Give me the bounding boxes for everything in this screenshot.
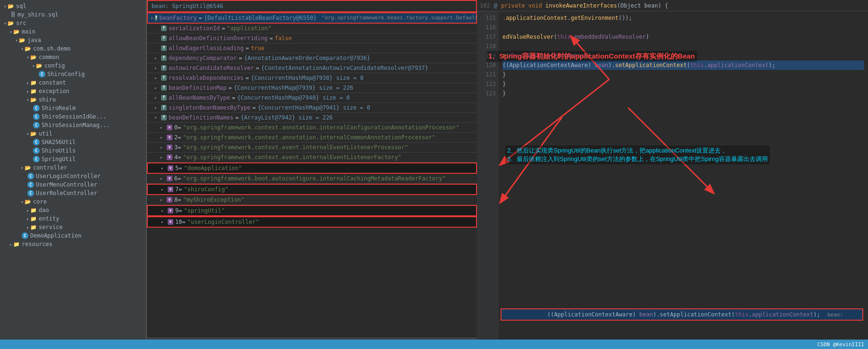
sidebar-item-core[interactable]: core [0, 197, 146, 206]
var-name: autowireCandidateResolver [169, 63, 254, 73]
var-name: 10 [175, 217, 182, 227]
code-line-115: .applicationContext.getEnvironment()); [502, 13, 864, 23]
code-line-116 [502, 23, 864, 32]
at-sign: @ [494, 2, 497, 9]
sidebar-item-util[interactable]: util [0, 129, 146, 138]
sidebar-item-my-shiro-sql[interactable]: my_shiro.sql [0, 10, 146, 19]
field-type-icon: f [161, 45, 167, 51]
sidebar-item-shiroconfig[interactable]: C ShiroConfig [0, 70, 146, 78]
sidebar-item-shirosessionmanag[interactable]: C ShiroSessionManag... [0, 121, 146, 129]
field-type-icon: v [167, 145, 172, 150]
sidebar-item-src[interactable]: src [0, 19, 146, 27]
sidebar-item-entity[interactable]: entity [0, 214, 146, 223]
var-value: false [275, 34, 292, 43]
arrow-icon [9, 242, 12, 247]
arrow-icon [26, 89, 29, 94]
field-type-icon: v [167, 125, 172, 130]
sidebar-item-controller[interactable]: controller [0, 163, 146, 172]
debug-item-idx9[interactable]: ▸ v 9 = "springUtil" [147, 205, 477, 216]
arrow-icon [9, 29, 12, 34]
code-line-118 [502, 42, 864, 51]
code-line-120: ((ApplicationContextAware) bean).setAppl… [502, 60, 864, 70]
sidebar-item-config[interactable]: config [0, 61, 146, 70]
debug-item-idx6[interactable]: ▸ v 6 = "org.springframework.boot.autoco… [147, 174, 477, 184]
arrow-icon [4, 4, 7, 9]
sidebar-item-springutil[interactable]: C SpringUtil [0, 155, 146, 163]
sidebar-item-label: src [16, 20, 26, 26]
var-value: {DefaultListableBeanFactory@6550} [204, 13, 316, 23]
folder-icon [25, 198, 31, 205]
debug-item-idx2[interactable]: ▸ v 2 = "org.springframework.context.ann… [147, 133, 477, 143]
callout-box-line120: ((ApplicationContextAware) bean).setAppl… [501, 308, 863, 321]
code-line-121: } [502, 70, 864, 79]
field-type-icon: f [161, 105, 167, 111]
var-value: {ConcurrentHashMap@7939} size = 226 [234, 83, 353, 93]
sidebar-item-shirorealm[interactable]: C ShiroRealm [0, 104, 146, 112]
sidebar-item-shirosessionidgen[interactable]: C ShiroSessionIdGe... [0, 112, 146, 121]
expand-arrow-icon: ▸ [160, 123, 165, 132]
debug-item-beandefinitionnames[interactable]: ▾ f beanDefinitionNames = {ArrayList@794… [147, 113, 477, 123]
debug-item-idx7[interactable]: ▸ v 7 = "shiroConfig" [147, 184, 477, 195]
debug-item-allbeannamesbytype[interactable]: ▸ f allBeanNamesByType = {ConcurrentHash… [147, 93, 477, 103]
debug-panel-title: bean: SpringUtil@6546 [152, 3, 223, 9]
class-icon: C [33, 156, 40, 162]
sidebar-item-dao[interactable]: dao [0, 206, 146, 214]
debug-item-allowbeandefinitionoverriding[interactable]: f allowBeanDefinitionOverriding = false [147, 34, 477, 43]
sidebar-item-common[interactable]: common [0, 53, 146, 61]
debug-item-idx3[interactable]: ▸ v 3 = "org.springframework.context.eve… [147, 143, 477, 153]
sidebar-item-com-sh-demo[interactable]: com.sh.demo [0, 44, 146, 53]
debug-item-idx4[interactable]: ▸ v 4 = "org.springframework.context.eve… [147, 153, 477, 162]
arrow-icon [4, 21, 7, 26]
debug-item-idx5[interactable]: ▸ v 5 = "demoApplication" [147, 162, 477, 174]
file-tree-sidebar[interactable]: sql my_shiro.sql src main java com.sh.de… [0, 0, 146, 349]
sidebar-item-userrolecontroller[interactable]: C UserRoleController [0, 189, 146, 197]
folder-icon [30, 207, 37, 213]
sidebar-item-sql[interactable]: sql [0, 2, 146, 10]
debug-item-idx10[interactable]: ▸ v 10 = "userLoginController" [147, 216, 477, 228]
var-value: "userLoginController" [187, 217, 259, 227]
sidebar-item-label: dao [39, 207, 49, 213]
debug-item-serializationid[interactable]: f serializationId = "application" [147, 24, 477, 34]
var-value: "org.springframework.context.event.inter… [183, 143, 408, 152]
arrow-icon [21, 165, 24, 170]
debug-item-singletonbeannamesbytype[interactable]: ▸ f singletonBeanNamesByType = {Concurre… [147, 103, 477, 113]
folder-icon [25, 45, 31, 52]
debug-item-beanfactory[interactable]: ▾ f beanFactory = {DefaultListableBeanFa… [147, 12, 477, 24]
debug-variables-list[interactable]: ▾ f beanFactory = {DefaultListableBeanFa… [147, 12, 477, 338]
var-value: {ConcurrentHashMap@7940} size = 0 [237, 93, 349, 102]
debug-item-beandefinitionmap[interactable]: ▸ f beanDefinitionMap = {ConcurrentHashM… [147, 83, 477, 93]
var-value: "springUtil" [184, 206, 225, 215]
var-comment: "org.springframework.beans.factory.suppo… [318, 13, 477, 23]
sidebar-item-shiroutils[interactable]: C ShiroUtils [0, 146, 146, 155]
sidebar-item-main[interactable]: main [0, 27, 146, 36]
sidebar-item-demoapplication[interactable]: C DemoApplication [0, 231, 146, 240]
sidebar-item-label: ShiroConfig [47, 71, 85, 77]
debug-item-idx0[interactable]: ▸ v 0 = "org.springframework.context.ann… [147, 123, 477, 133]
debug-item-resolvabledependencies[interactable]: ▸ f resolvableDependencies = {Concurrent… [147, 73, 477, 83]
sidebar-item-service[interactable]: service [0, 223, 146, 231]
sidebar-item-shiro[interactable]: shiro [0, 95, 146, 104]
sidebar-item-resources[interactable]: resources [0, 240, 146, 248]
arrow-icon [26, 225, 29, 230]
debug-item-autowirecandidateresolver[interactable]: ▸ f autowireCandidateResolver = {Context… [147, 63, 477, 73]
sidebar-item-java[interactable]: java [0, 36, 146, 44]
sidebar-item-sha256util[interactable]: C SHA256Util [0, 138, 146, 146]
arrow-icon [21, 199, 24, 204]
debug-item-dependencycomparator[interactable]: ▸ f dependencyComparator = {AnnotationAw… [147, 53, 477, 63]
debug-item-alloweagerclassloading[interactable]: f allowEagerClassLoading = true [147, 43, 477, 53]
debug-item-idx8[interactable]: ▸ v 8 = "myShiroException" [147, 195, 477, 205]
sidebar-item-userlogincontroller[interactable]: C UserLoginController [0, 172, 146, 180]
field-type-icon: f [155, 15, 157, 21]
sidebar-item-label: UserRoleController [36, 190, 97, 196]
class-icon: C [22, 232, 28, 239]
arrow-icon [26, 216, 29, 221]
status-bar: CSDN @KevinIIII [0, 340, 868, 349]
arrow-icon [26, 55, 29, 60]
field-type-icon: v [167, 176, 172, 181]
sidebar-item-exception[interactable]: exception [0, 87, 146, 95]
folder-icon [30, 215, 37, 222]
sidebar-item-usermenucontroller[interactable]: C UserMenuController [0, 180, 146, 189]
var-name: serializationId [169, 24, 220, 33]
sidebar-item-constant[interactable]: constant [0, 78, 146, 87]
class-icon: C [27, 190, 34, 196]
